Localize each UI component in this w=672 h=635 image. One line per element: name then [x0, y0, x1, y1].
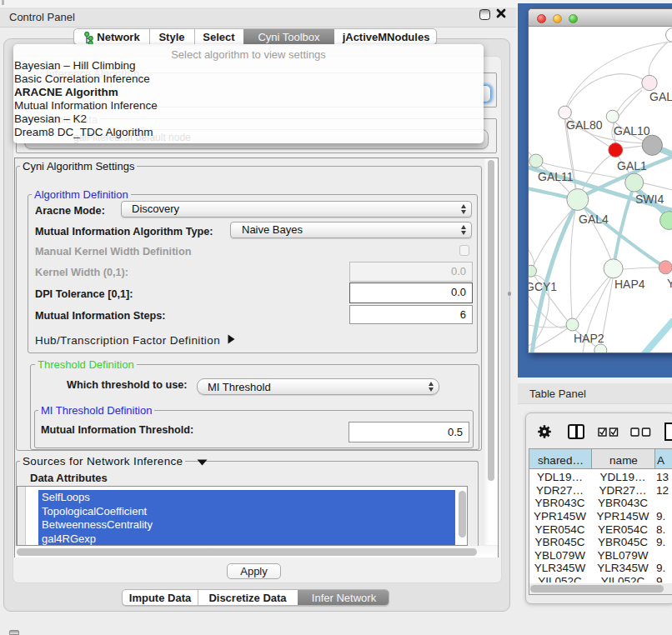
svg-text:Y: Y: [667, 277, 672, 290]
svg-text:GAL4: GAL4: [579, 212, 609, 226]
svg-text:GAL11: GAL11: [538, 170, 574, 183]
svg-text:HAP2: HAP2: [574, 332, 604, 345]
svg-text:GAL: GAL: [649, 90, 672, 103]
svg-text:GCY1: GCY1: [529, 280, 557, 293]
svg-text:GAL10: GAL10: [614, 124, 650, 138]
svg-text:HAP4: HAP4: [614, 278, 645, 291]
svg-text:GAL80: GAL80: [566, 118, 603, 132]
svg-text:SWI4: SWI4: [635, 192, 664, 206]
svg-text:GAL1: GAL1: [617, 159, 647, 172]
